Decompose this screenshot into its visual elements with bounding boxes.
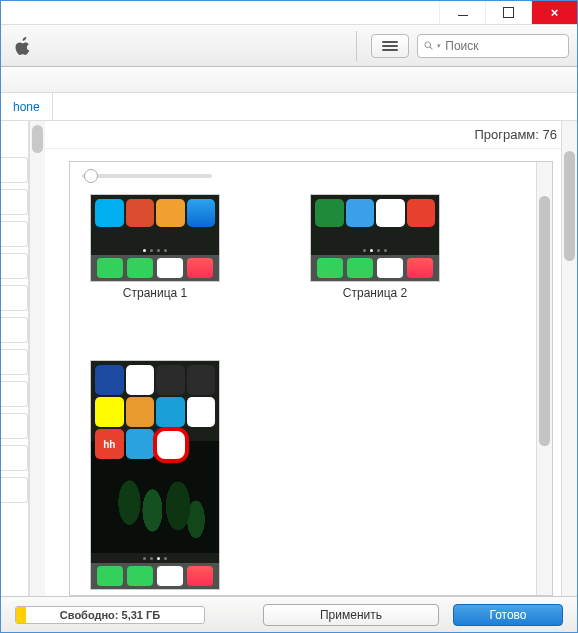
phone-preview	[310, 194, 440, 282]
dock-app-phone[interactable]	[317, 258, 343, 278]
toolbar: ▾	[1, 25, 577, 67]
page-indicator	[91, 245, 219, 255]
app-icon-snapchat[interactable]	[95, 397, 124, 427]
search-box[interactable]: ▾	[417, 34, 569, 58]
rail-item[interactable]	[1, 221, 28, 247]
app-icon-leroy[interactable]	[315, 199, 344, 227]
page-thumb-3[interactable]: hh	[90, 360, 220, 596]
app-icon-zombies[interactable]	[187, 365, 216, 395]
rail-item[interactable]	[1, 317, 28, 343]
subheader	[1, 67, 577, 93]
rail-item[interactable]	[1, 381, 28, 407]
page-indicator	[311, 245, 439, 255]
left-rail	[1, 121, 29, 596]
search-input[interactable]	[445, 39, 562, 53]
rail-item[interactable]	[1, 413, 28, 439]
dock-app-music[interactable]	[407, 258, 433, 278]
app-icon-circles[interactable]	[376, 199, 405, 227]
app-icon-superjob[interactable]	[187, 397, 216, 427]
apple-logo-icon[interactable]	[13, 34, 33, 58]
scrollbar-thumb[interactable]	[564, 151, 575, 261]
app-icon-pomodoro[interactable]	[407, 199, 436, 227]
dock	[91, 255, 219, 281]
storage-free-label: Свободно: 5,31 ГБ	[16, 609, 204, 621]
search-icon	[424, 40, 433, 51]
highlight-ring	[153, 427, 189, 463]
rail-item[interactable]	[1, 189, 28, 215]
search-dropdown-icon: ▾	[437, 42, 441, 50]
dock-app-chrome[interactable]	[157, 258, 183, 278]
bottom-bar: Свободно: 5,31 ГБ Применить Готово	[1, 596, 577, 632]
program-count: Программ: 76	[45, 121, 577, 149]
rail-item[interactable]	[1, 477, 28, 503]
page-thumb-1[interactable]: Страница 1	[90, 194, 220, 300]
app-icon-focus[interactable]	[126, 199, 155, 227]
app-icon-telegram[interactable]	[126, 429, 155, 459]
app-icon-strawberry[interactable]	[126, 397, 155, 427]
app-icon-dots[interactable]	[156, 397, 185, 427]
dock	[311, 255, 439, 281]
app-icon-skype[interactable]	[95, 199, 124, 227]
rail-item[interactable]	[1, 285, 28, 311]
dock-app-chrome[interactable]	[377, 258, 403, 278]
panel-controls	[70, 162, 552, 190]
dock-app-chrome[interactable]	[157, 566, 183, 586]
scrollbar-thumb[interactable]	[539, 196, 550, 446]
pages-grid: Страница 1	[70, 190, 552, 596]
toolbar-divider	[356, 31, 357, 61]
dock-app-music[interactable]	[187, 258, 213, 278]
app-icon-mail[interactable]	[156, 199, 185, 227]
panel-scrollbar[interactable]	[536, 162, 552, 595]
app-slot-empty	[187, 429, 216, 459]
rail-scrollbar[interactable]	[29, 121, 45, 596]
done-button[interactable]: Готово	[453, 604, 563, 626]
dock-app-phone[interactable]	[97, 258, 123, 278]
page-label: Страница 2	[310, 286, 440, 300]
tab-device[interactable]: hone	[1, 93, 53, 120]
storage-bar: Свободно: 5,31 ГБ	[15, 606, 205, 624]
minimize-button[interactable]	[439, 1, 485, 24]
list-icon	[382, 39, 398, 53]
maximize-button[interactable]	[485, 1, 531, 24]
dock-app-messages[interactable]	[127, 258, 153, 278]
page-thumb-2[interactable]: Страница 2	[310, 194, 440, 300]
content-area: Программ: 76	[1, 121, 577, 596]
app-icon-pdd[interactable]	[95, 365, 124, 395]
window-titlebar: ×	[1, 1, 577, 25]
main-scrollbar[interactable]	[561, 121, 577, 596]
phone-preview: hh	[90, 360, 220, 590]
app-icon-drive[interactable]	[126, 365, 155, 395]
scrollbar-thumb[interactable]	[32, 125, 43, 153]
dock-app-messages[interactable]	[127, 566, 153, 586]
rail-item[interactable]	[1, 349, 28, 375]
rail-item[interactable]	[1, 445, 28, 471]
apply-button[interactable]: Применить	[263, 604, 439, 626]
main-area: Программ: 76	[45, 121, 577, 596]
app-icon-hh[interactable]: hh	[95, 429, 124, 459]
page-indicator	[91, 553, 219, 563]
pages-panel: Страница 1	[69, 161, 553, 596]
app-icon-calcnote[interactable]	[346, 199, 375, 227]
list-view-button[interactable]	[371, 34, 409, 58]
phone-preview	[90, 194, 220, 282]
app-icon-safari[interactable]	[187, 199, 216, 227]
page-label: Страница 1	[90, 286, 220, 300]
dock-app-messages[interactable]	[347, 258, 373, 278]
dock-app-music[interactable]	[187, 566, 213, 586]
rail-item[interactable]	[1, 157, 28, 183]
close-button[interactable]: ×	[531, 1, 577, 24]
dock-app-phone[interactable]	[97, 566, 123, 586]
tabs-row: hone	[1, 93, 577, 121]
rail-item[interactable]	[1, 253, 28, 279]
app-icon-dostoevsky[interactable]	[156, 365, 185, 395]
slider-thumb[interactable]	[84, 169, 98, 183]
zoom-slider[interactable]	[82, 174, 212, 178]
dock	[91, 563, 219, 589]
